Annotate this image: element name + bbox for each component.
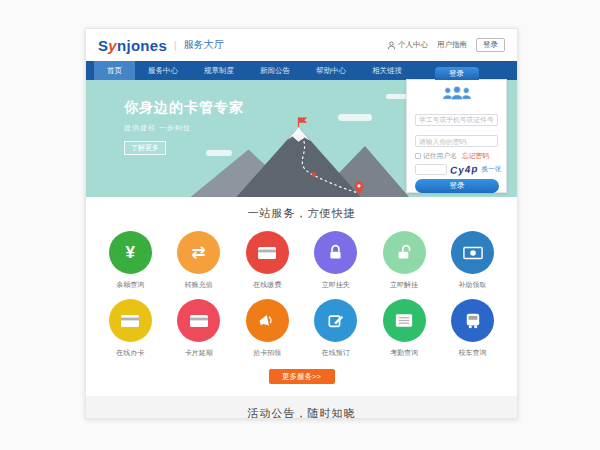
person-icon — [387, 41, 396, 50]
captcha-row: Cy4p 换一张 — [415, 164, 498, 175]
yen-icon: ¥ — [109, 231, 152, 274]
login-submit-button[interactable]: 登录 — [415, 179, 499, 193]
nav-item-rules[interactable]: 规章制度 — [191, 61, 247, 80]
transfer-arrows-icon: ⇄ — [177, 231, 220, 274]
announcements-title: 活动公告，随时知晓 — [86, 406, 517, 419]
remember-checkbox[interactable] — [415, 153, 421, 159]
service-item-unfreeze[interactable]: 立即解挂 — [370, 231, 438, 290]
service-item-balance[interactable]: ¥ 余额查询 — [96, 231, 164, 290]
captcha-refresh-link[interactable]: 换一张 — [481, 165, 501, 174]
more-services-button[interactable]: 更多服务>> — [269, 369, 335, 384]
user-guide-label: 用户指南 — [437, 40, 467, 50]
services-section: 一站服务，方便快捷 ¥ 余额查询 ⇄ 转账充值 在线缴费 立即挂失 — [86, 197, 517, 384]
logo-part2: njones — [117, 37, 167, 54]
megaphone-icon — [246, 299, 289, 342]
service-item-attendance[interactable]: 考勤查询 — [370, 299, 438, 358]
service-item-subsidy[interactable]: 补助领取 — [438, 231, 506, 290]
site-name: 服务大厅 — [184, 38, 224, 52]
hero-text: 你身边的卡管专家 提供捷径 一步到位 了解更多 — [124, 99, 244, 155]
user-guide-link[interactable]: 用户指南 — [437, 40, 467, 50]
nav-item-service-center[interactable]: 服务中心 — [135, 61, 191, 80]
logo-part1: S — [98, 37, 108, 54]
service-item-pay-online[interactable]: 在线缴费 — [233, 231, 301, 290]
hero-title: 你身边的卡管专家 — [124, 99, 244, 117]
nav-item-home[interactable]: 首页 — [94, 61, 135, 80]
login-tab[interactable]: 登录 — [435, 67, 479, 80]
username-input[interactable] — [415, 114, 498, 126]
bank-card-icon — [177, 299, 220, 342]
nav-item-news[interactable]: 新闻公告 — [247, 61, 303, 80]
remember-row: 记住用户名 忘记密码 — [415, 151, 498, 161]
captcha-input[interactable] — [415, 164, 447, 175]
portal-page: Synjones | 服务大厅 个人中心 用户指南 登录 首页 服务中心 规章制… — [85, 28, 518, 419]
header-login-button[interactable]: 登录 — [476, 38, 505, 52]
captcha-image[interactable]: Cy4p — [450, 163, 479, 176]
personal-center-label: 个人中心 — [398, 40, 428, 50]
banknote-icon — [451, 231, 494, 274]
list-icon — [383, 299, 426, 342]
hero-cta-button[interactable]: 了解更多 — [124, 141, 166, 155]
lock-icon — [314, 231, 357, 274]
logo-accent: y — [108, 37, 117, 54]
services-title: 一站服务，方便快捷 — [86, 206, 517, 221]
password-input[interactable] — [415, 135, 498, 147]
bank-card-icon — [246, 231, 289, 274]
logo-divider: | — [174, 40, 177, 51]
service-item-online-booking[interactable]: 在线预订 — [301, 299, 369, 358]
hero-subtitle: 提供捷径 一步到位 — [124, 123, 244, 133]
header-right: 个人中心 用户指南 登录 — [387, 38, 505, 52]
header: Synjones | 服务大厅 个人中心 用户指南 登录 — [86, 29, 517, 61]
nav-item-help-center[interactable]: 帮助中心 — [303, 61, 359, 80]
forgot-password-link[interactable]: 忘记密码 — [462, 151, 489, 161]
bank-card-icon — [109, 299, 152, 342]
nav-item-links[interactable]: 相关链接 — [359, 61, 415, 80]
service-item-school-bus[interactable]: 校车查询 — [438, 299, 506, 358]
bus-icon — [451, 299, 494, 342]
service-item-apply-card[interactable]: 在线办卡 — [96, 299, 164, 358]
services-grid: ¥ 余额查询 ⇄ 转账充值 在线缴费 立即挂失 — [86, 221, 517, 367]
synjones-logo: Synjones — [98, 37, 167, 54]
login-users — [415, 85, 498, 105]
cloud-decor — [386, 94, 408, 99]
users-group-icon — [440, 85, 474, 101]
service-item-report-loss[interactable]: 立即挂失 — [301, 231, 369, 290]
edit-icon — [314, 299, 357, 342]
login-panel: 登录 记住用户名 忘记密码 Cy4p 换一张 登录 — [406, 79, 507, 193]
unlock-icon — [383, 231, 426, 274]
personal-center-link[interactable]: 个人中心 — [387, 40, 428, 50]
announcements-section: 活动公告，随时知晓 使用指南 最新公告 更多>> 使用指南 更多>> — [86, 396, 517, 419]
service-item-lost-found[interactable]: 拾卡招领 — [233, 299, 301, 358]
service-item-transfer[interactable]: ⇄ 转账充值 — [164, 231, 232, 290]
service-item-card-renewal[interactable]: 卡片延期 — [164, 299, 232, 358]
remember-label: 记住用户名 — [423, 151, 457, 161]
